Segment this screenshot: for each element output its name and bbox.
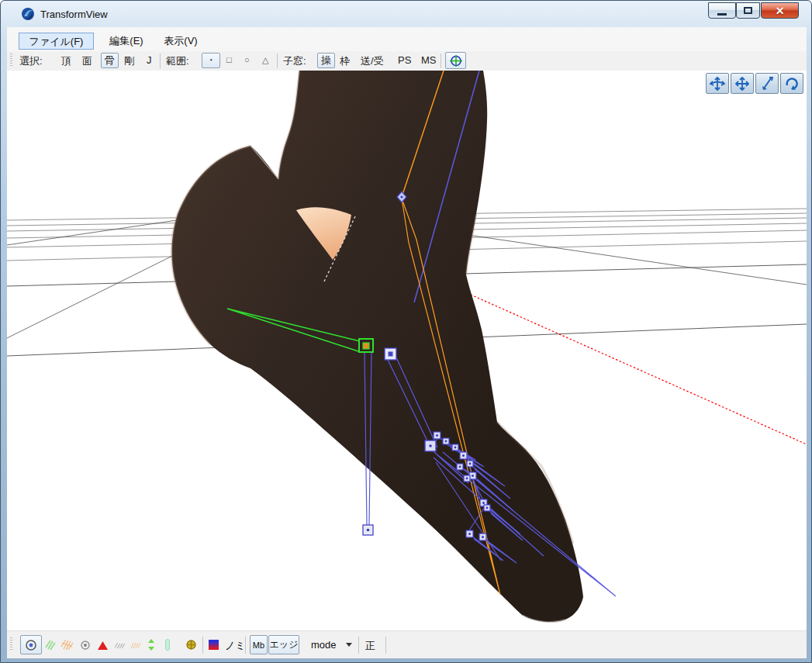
edge-label: エッジ xyxy=(270,638,299,651)
show-gray-vertex-button[interactable] xyxy=(80,640,91,651)
subwin-sou-button[interactable]: 操 xyxy=(317,53,335,68)
menubar: ファイル(F) 編集(E) 表示(V) xyxy=(7,27,807,51)
vertex-display-icon xyxy=(25,639,37,651)
menu-file[interactable]: ファイル(F) xyxy=(19,33,94,50)
toolbar-separator-1 xyxy=(160,54,161,68)
bottombar-separator-3 xyxy=(358,637,359,654)
nomi-label[interactable]: ノミ xyxy=(225,639,246,653)
mb-toggle-button[interactable]: Mb xyxy=(250,635,268,654)
toolbar-grip[interactable] xyxy=(10,54,12,67)
menu-edit[interactable]: 編集(E) xyxy=(105,33,148,50)
app-icon xyxy=(21,6,36,22)
zoom-icon xyxy=(759,76,775,92)
orbit-icon xyxy=(709,76,726,92)
range-circle-button[interactable]: ○ xyxy=(244,55,250,64)
bottombar-separator-2 xyxy=(245,637,246,654)
maximize-button[interactable] xyxy=(736,2,760,19)
show-face-button[interactable] xyxy=(96,640,109,651)
rotate-button[interactable] xyxy=(780,73,803,94)
center-marker-button[interactable] xyxy=(445,52,466,69)
minimize-icon xyxy=(717,13,727,16)
mb-label: Mb xyxy=(253,641,264,650)
pan-button[interactable] xyxy=(731,73,754,94)
mode-dropdown-arrow[interactable] xyxy=(346,643,352,647)
range-triangle-button[interactable]: △ xyxy=(262,55,268,65)
subwin-ms-button[interactable]: MS xyxy=(421,54,437,66)
window-title: TransformView xyxy=(40,9,108,20)
toolbar: 選択: 頂 面 骨 剛 J 範囲: ・ □ ○ △ 子窓: 操 枠 送/受 PS… xyxy=(7,51,807,71)
rotate-icon xyxy=(784,76,800,92)
toolbar-separator-3 xyxy=(441,54,441,68)
close-icon: ✕ xyxy=(776,5,785,16)
front-label[interactable]: 正 xyxy=(365,639,375,653)
subwin-send-receive-button[interactable]: 送/受 xyxy=(361,54,384,68)
orbit-button[interactable] xyxy=(706,73,729,94)
maximize-icon xyxy=(744,7,752,14)
range-label: 範囲: xyxy=(166,54,189,68)
show-gray-lines-button[interactable] xyxy=(114,641,127,650)
select-joint-button[interactable]: J xyxy=(147,54,152,66)
select-vertex-button[interactable]: 頂 xyxy=(61,54,71,68)
select-label: 選択: xyxy=(19,54,43,68)
show-orange-lines-button[interactable] xyxy=(130,641,143,650)
toolbar-separator-2 xyxy=(277,54,278,68)
bottombar-grip[interactable] xyxy=(10,637,12,651)
viewport-nav-buttons xyxy=(706,73,803,94)
show-joint-button[interactable] xyxy=(185,639,197,651)
subwin-label: 子窓: xyxy=(283,54,306,68)
edge-toggle-button[interactable]: エッジ xyxy=(268,635,299,654)
menu-view[interactable]: 表示(V) xyxy=(159,33,202,50)
titlebar[interactable]: TransformView ✕ xyxy=(1,1,811,26)
transform-view-window: TransformView ✕ ファイル(F) 編集(E) 表示(V) 選択: … xyxy=(0,0,812,663)
show-orange-hatch-button[interactable] xyxy=(60,638,74,651)
select-rigid-button[interactable]: 剛 xyxy=(124,54,134,68)
range-dot-button[interactable]: ・ xyxy=(202,53,220,68)
center-marker-icon xyxy=(449,54,463,67)
show-capsule-button[interactable] xyxy=(164,638,171,651)
bottombar-separator-1 xyxy=(202,637,203,654)
close-button[interactable]: ✕ xyxy=(761,2,799,19)
subwin-ps-button[interactable]: PS xyxy=(398,54,411,66)
show-green-hatch-button[interactable] xyxy=(44,638,57,651)
minimize-button[interactable] xyxy=(708,2,736,19)
show-bone-arrows-button[interactable] xyxy=(147,638,156,651)
viewport-3d[interactable] xyxy=(7,71,807,630)
select-bone-button[interactable]: 骨 xyxy=(101,53,119,68)
range-square-button[interactable]: □ xyxy=(226,55,232,64)
zoom-button[interactable] xyxy=(755,73,779,94)
pan-icon xyxy=(734,76,751,92)
scene-3d xyxy=(7,71,807,630)
select-face-button[interactable]: 面 xyxy=(82,54,92,68)
show-vertex-button[interactable] xyxy=(20,635,42,654)
material-color-button[interactable] xyxy=(208,639,219,651)
mode-label[interactable]: mode xyxy=(311,639,337,651)
bottombar: ノミ Mb エッジ mode 正 xyxy=(7,630,807,658)
bottombar-separator-4 xyxy=(385,637,386,654)
subwin-waku-button[interactable]: 枠 xyxy=(340,54,350,68)
